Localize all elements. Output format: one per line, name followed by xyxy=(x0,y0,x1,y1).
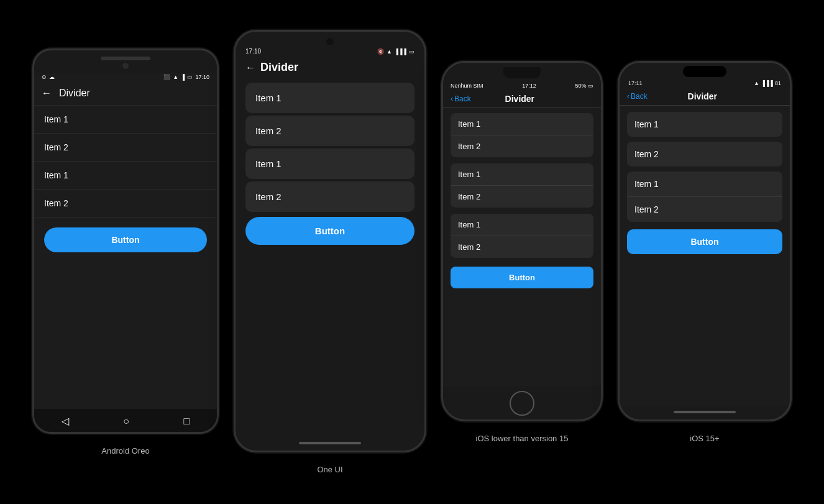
one-ui-status-icons: 🔇 ▲ ▐▐▐ ▭ xyxy=(377,48,414,55)
ios-new-content: Item 1 Item 2 Item 1 Item 2 Button xyxy=(620,106,790,406)
recents-nav-icon[interactable]: □ xyxy=(184,416,190,427)
one-ui-content: Item 1 Item 2 Item 1 Item 2 Button xyxy=(236,78,424,437)
button-area: Button xyxy=(34,218,217,262)
one-ui-phone: 17:10 🔇 ▲ ▐▐▐ ▭ ← Divider Item 1 Item 2 … xyxy=(234,30,426,452)
one-ui-item-1: Item 1 xyxy=(245,83,414,113)
one-ui-item-2: Item 2 xyxy=(245,116,414,146)
ios-new-notch-area xyxy=(620,63,790,80)
one-ui-item-4: Item 2 xyxy=(245,181,414,212)
ios-old-content: Item 1 Item 2 Item 1 Item 2 Item 1 Item … xyxy=(443,108,601,386)
ios-new-title: Divider xyxy=(648,91,758,101)
ios-new-home-indicator xyxy=(674,411,736,413)
ios-new-phone: 17:11 ▲ ▐▐▐ 81 ‹ Back Divider Item 1 xyxy=(618,61,792,421)
back-arrow-icon[interactable]: ← xyxy=(42,88,52,99)
list-item-1: Item 1 xyxy=(34,106,217,134)
ios-old-caption: iOS lower than version 15 xyxy=(476,434,569,443)
one-ui-item-3: Item 1 xyxy=(245,149,414,179)
home-nav-icon[interactable]: ○ xyxy=(123,416,129,427)
android-oreo-caption: Android Oreo xyxy=(101,446,149,456)
ios-old-status-bar: Nenhum SIM 17:12 50% ▭ xyxy=(443,83,601,90)
list-item-2: Item 2 xyxy=(34,134,217,162)
android-oreo-button[interactable]: Button xyxy=(44,227,207,252)
ios-new-item-3-1: Item 1 xyxy=(627,172,782,197)
ios-new-button[interactable]: Button xyxy=(627,229,782,254)
wifi-icon: ▲ xyxy=(387,48,392,55)
status-left-icons: ⊙ ☁ xyxy=(42,74,55,80)
one-ui-button[interactable]: Button xyxy=(245,217,414,245)
android-oreo-nav-bar: ◁ ○ □ xyxy=(34,409,217,432)
android-oreo-phone: ⊙ ☁ ⬛ ▲ ▐ ▭ 17:10 ← Divider I xyxy=(32,48,219,434)
ios-new-status-bar: 17:11 ▲ ▐▐▐ 81 xyxy=(620,80,790,88)
time-display: 17:10 xyxy=(195,74,209,80)
android-oreo-status-bar: ⊙ ☁ ⬛ ▲ ▐ ▭ 17:10 xyxy=(34,73,217,81)
one-ui-time: 17:10 xyxy=(245,48,261,55)
ios-new-group-2: Item 2 xyxy=(627,142,782,167)
mute-icon: 🔇 xyxy=(377,48,384,55)
ios-old-time: 17:12 xyxy=(522,83,536,89)
ios-old-item-2-1: Item 1 xyxy=(451,163,593,186)
ios-new-caption: iOS 15+ xyxy=(690,434,719,443)
ios-new-wifi-icon: ▲ xyxy=(754,80,759,86)
ios-old-group-2: Item 1 Item 2 xyxy=(451,163,593,208)
one-ui-title: Divider xyxy=(260,61,298,74)
ios-old-notch xyxy=(503,67,541,78)
ios-old-item-3-1: Item 1 xyxy=(451,214,593,236)
wifi-icon: ▲ xyxy=(173,74,178,80)
ios-new-item-1-1: Item 1 xyxy=(627,112,782,137)
one-ui-back-arrow[interactable]: ← xyxy=(245,62,255,73)
ios-old-item-1-1: Item 1 xyxy=(451,113,593,135)
ios-old-home-button[interactable] xyxy=(510,391,534,416)
speaker-bar xyxy=(101,57,150,60)
android-oreo-title: Divider xyxy=(59,88,90,99)
back-nav-icon[interactable]: ◁ xyxy=(62,415,69,427)
ios-old-button[interactable]: Button xyxy=(451,267,593,288)
ios-old-notch-area xyxy=(443,63,601,83)
carrier-name: Nenhum SIM xyxy=(451,83,483,89)
ios-new-nav-bar: ‹ Back Divider xyxy=(620,88,790,106)
ios-new-group-3: Item 1 Item 2 xyxy=(627,172,782,222)
one-ui-caption: One UI xyxy=(317,465,342,474)
android-oreo-content: Item 1 Item 2 Item 1 Item 2 Button xyxy=(34,106,217,409)
android-icon-1: ⊙ xyxy=(42,74,47,80)
ios-old-item-3-2: Item 2 xyxy=(451,236,593,258)
battery-level: 50% ▭ xyxy=(575,83,593,89)
ios-old-title: Divider xyxy=(471,94,569,104)
status-right-icons: ⬛ ▲ ▐ ▭ 17:10 xyxy=(163,74,209,80)
one-ui-app-bar: ← Divider xyxy=(236,57,424,78)
android-oreo-app-bar: ← Divider xyxy=(34,81,217,106)
list-item-3: Item 1 xyxy=(34,162,217,190)
page-container: ⊙ ☁ ⬛ ▲ ▐ ▭ 17:10 ← Divider I xyxy=(32,30,792,474)
battery-icon: ▭ xyxy=(187,74,193,80)
ios-old-group-1: Item 1 Item 2 xyxy=(451,113,593,157)
battery-icon: ▭ xyxy=(409,48,414,55)
ios-new-time: 17:11 xyxy=(628,80,643,86)
ios-old-group-3: Item 1 Item 2 xyxy=(451,214,593,258)
ios-old-item-2-2: Item 2 xyxy=(451,186,593,208)
phones-row: ⊙ ☁ ⬛ ▲ ▐ ▭ 17:10 ← Divider I xyxy=(32,30,792,474)
dynamic-island xyxy=(683,66,726,77)
ios-old-item-1-2: Item 2 xyxy=(451,135,593,157)
android-icon-2: ☁ xyxy=(49,74,55,80)
one-ui-col: 17:10 🔇 ▲ ▐▐▐ ▭ ← Divider Item 1 Item 2 … xyxy=(234,30,426,474)
screen-icon: ⬛ xyxy=(163,74,170,80)
ios-old-back-btn[interactable]: ‹ Back xyxy=(451,94,471,103)
ios-new-group-1: Item 1 xyxy=(627,112,782,137)
punch-hole-camera xyxy=(326,38,334,45)
one-ui-home-indicator xyxy=(299,442,361,444)
ios-old-col: Nenhum SIM 17:12 50% ▭ ‹ Back Divider It… xyxy=(441,61,603,443)
ios-new-signal-icon: ▐▐▐ xyxy=(761,80,773,86)
ios-new-back-btn[interactable]: ‹ Back xyxy=(627,92,648,101)
ios-old-phone: Nenhum SIM 17:12 50% ▭ ‹ Back Divider It… xyxy=(441,61,603,421)
ios-new-item-2-1: Item 2 xyxy=(627,142,782,167)
ios-new-battery-icon: 81 xyxy=(775,80,781,86)
ios-new-item-3-2: Item 2 xyxy=(627,197,782,222)
ios-new-col: 17:11 ▲ ▐▐▐ 81 ‹ Back Divider Item 1 xyxy=(618,61,792,443)
signal-icon: ▐▐▐ xyxy=(395,48,406,55)
one-ui-status-bar: 17:10 🔇 ▲ ▐▐▐ ▭ xyxy=(236,48,424,57)
android-oreo-col: ⊙ ☁ ⬛ ▲ ▐ ▭ 17:10 ← Divider I xyxy=(32,48,219,456)
signal-icon: ▐ xyxy=(181,74,185,80)
ios-old-nav-bar: ‹ Back Divider xyxy=(443,90,601,108)
list-item-4: Item 2 xyxy=(34,190,217,218)
ios-new-status-icons: ▲ ▐▐▐ 81 xyxy=(754,80,781,86)
camera-dot xyxy=(122,63,129,69)
